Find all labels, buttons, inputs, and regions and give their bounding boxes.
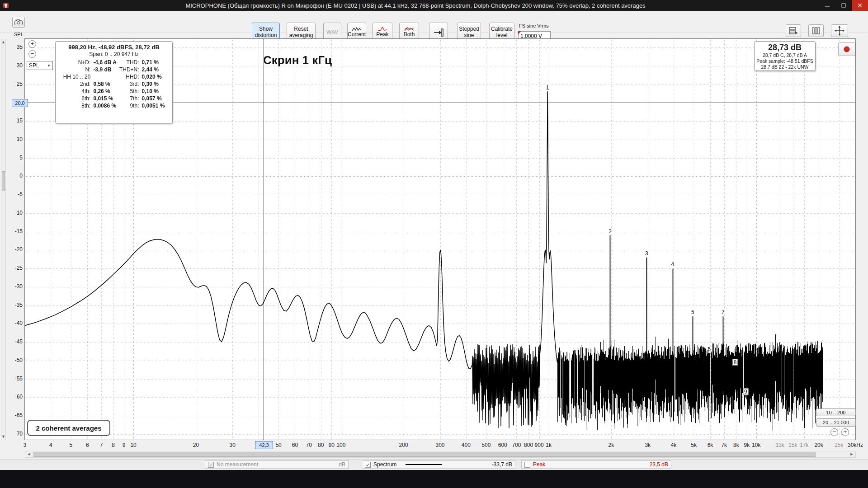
distortion-cell bbox=[92, 73, 118, 80]
wav-label: WAV bbox=[326, 29, 338, 35]
peak-checkbox[interactable] bbox=[524, 462, 530, 468]
level-readout-box: 28,73 dB 28,7 dB C, 28,7 dB A Peak sampl… bbox=[754, 41, 816, 71]
current-label: Current bbox=[348, 32, 366, 38]
camera-icon bbox=[14, 19, 23, 25]
distortion-cell: 0,58 % bbox=[92, 80, 118, 88]
distortion-table: N+D:-4,6 dB ATHD:0,71 %N:-3,9 dBTHD+N:2,… bbox=[62, 59, 166, 109]
main-toolbar: Show distortion Reset averaging WAV Curr… bbox=[0, 11, 868, 33]
distortion-cell: 2nd: bbox=[62, 80, 92, 88]
x-tick-label: 3 bbox=[14, 442, 36, 448]
x-tick-label: 20 bbox=[184, 442, 207, 448]
zoom-in-x-button[interactable]: + bbox=[841, 428, 849, 436]
x-tick-label: 3k bbox=[637, 442, 659, 448]
peak-label: Peak bbox=[533, 461, 545, 468]
arrow-into-box-icon bbox=[433, 28, 444, 37]
y-tick-label: -60 bbox=[2, 394, 23, 400]
x-tick-label: 1k bbox=[538, 442, 560, 448]
columns-icon bbox=[812, 27, 820, 34]
unit-selector-dropdown[interactable]: SPL ▼ bbox=[27, 61, 53, 70]
y-tick-label: 15 bbox=[2, 117, 23, 124]
spectrum-plot[interactable]: + − SPL ▼ 998,20 Hz, -48,92 dBFS, 28,72 … bbox=[24, 38, 856, 440]
minimize-button[interactable] bbox=[819, 0, 835, 11]
y-tick-label: -10 bbox=[2, 210, 23, 216]
distortion-table-row: 8th:0,0086 %9th:0,0051 % bbox=[62, 102, 166, 109]
maximize-button[interactable] bbox=[835, 0, 852, 11]
app-window: MICROPHONE (Общая громкость) R on Микроф… bbox=[0, 0, 868, 488]
range-10-200-button[interactable]: 10 .. 200 bbox=[816, 408, 856, 416]
distortion-cell: 0,020 % bbox=[141, 73, 166, 80]
distortion-cell: 0,26 % bbox=[92, 88, 118, 95]
distortion-cell: N+D: bbox=[62, 59, 92, 66]
distortion-cell: -3,9 dB bbox=[92, 66, 118, 73]
level-detail-1: 28,7 dB C, 28,7 dB A bbox=[755, 52, 815, 58]
record-icon bbox=[844, 46, 850, 52]
app-icon[interactable] bbox=[0, 2, 12, 9]
x-tick-label: 300 bbox=[429, 442, 452, 448]
x-tick-label: 30 bbox=[221, 442, 244, 448]
show-distortion-label: Show distortion bbox=[254, 26, 278, 38]
chevron-down-icon: ▼ bbox=[47, 64, 51, 68]
distortion-cell: 0,30 % bbox=[141, 80, 166, 88]
distortion-cell: 2,44 % bbox=[141, 66, 166, 73]
unit-selector-value: SPL bbox=[29, 62, 39, 69]
span-line: Span: 0 .. 20 947 Hz bbox=[56, 51, 172, 57]
distortion-table-row: N+D:-4,6 dB ATHD:0,71 % bbox=[62, 59, 166, 66]
distortion-cell: 8th: bbox=[62, 102, 92, 109]
x-tick-label: 30kHz bbox=[844, 442, 867, 448]
x-tick-label: 100 bbox=[330, 442, 352, 448]
status-bar: No measurement dB Spectrum -33,7 dB Peak… bbox=[0, 459, 868, 469]
no-measurement-checkbox[interactable] bbox=[208, 462, 214, 468]
x-tick-label: 10k bbox=[745, 442, 768, 448]
distortion-cell: 0,015 % bbox=[92, 95, 118, 102]
distortion-table-row: 6th:0,015 %7th:0,057 % bbox=[62, 95, 166, 102]
y-tick-label: -45 bbox=[2, 338, 23, 345]
columns-view-button[interactable] bbox=[808, 24, 824, 37]
x-tick-label: 2k bbox=[600, 442, 623, 448]
distortion-cell: 9th: bbox=[118, 102, 141, 109]
measurement-layout-button[interactable] bbox=[786, 24, 801, 37]
pan-zoom-button[interactable] bbox=[831, 24, 848, 37]
record-level-button[interactable] bbox=[838, 42, 855, 56]
distortion-cell: 0,057 % bbox=[141, 95, 166, 102]
y-tick-label: -30 bbox=[2, 283, 23, 290]
scroll-right-arrow[interactable]: ► bbox=[849, 451, 854, 457]
spectrum-panel: Spectrum -33,7 dB bbox=[362, 460, 515, 469]
desktop-strip bbox=[0, 470, 868, 488]
horizontal-scroll-thumb[interactable] bbox=[33, 452, 816, 457]
horizontal-scrollbar[interactable]: ◄ ► bbox=[25, 451, 856, 458]
y-tick-label: -25 bbox=[2, 265, 23, 271]
y-tick-label: 5 bbox=[2, 155, 23, 161]
plot-title: Скрин 1 кГц bbox=[263, 53, 332, 67]
x-tick-label: 400 bbox=[455, 442, 477, 448]
panel-lines-icon bbox=[789, 27, 798, 34]
distortion-cell: 6th: bbox=[62, 95, 92, 102]
zoom-out-y-button[interactable]: − bbox=[28, 50, 36, 58]
distortion-cell: 0,71 % bbox=[141, 59, 166, 66]
x-tick-label: 20k bbox=[807, 442, 830, 448]
unit-label: dB bbox=[339, 461, 345, 468]
y-tick-label: -20 bbox=[2, 246, 23, 253]
peak-panel: Peak 23,5 dB bbox=[521, 460, 671, 469]
spectrum-checkbox[interactable] bbox=[365, 462, 371, 468]
screenshot-button[interactable] bbox=[12, 17, 25, 28]
x-tick-label: 4 bbox=[39, 442, 62, 448]
range-20-20000-button[interactable]: 20 .. 20 000 bbox=[816, 418, 856, 427]
y-tick-label: -65 bbox=[2, 412, 23, 418]
y-tick-label: -35 bbox=[2, 302, 23, 308]
averages-label: 2 coherent averages bbox=[27, 420, 110, 436]
scroll-left-arrow[interactable]: ◄ bbox=[26, 451, 32, 457]
fs-sine-vrms-label: FS sine Vrms bbox=[519, 23, 549, 28]
y-tick-label: 25 bbox=[2, 81, 23, 87]
zoom-out-x-button[interactable]: − bbox=[830, 428, 838, 436]
distortion-cell: 7th: bbox=[118, 95, 141, 102]
zoom-in-y-button[interactable]: + bbox=[28, 40, 36, 48]
distortion-cell: HH 10 .. 20 bbox=[62, 73, 92, 80]
distortion-table-row: 2nd:0,58 %3rd:0,30 % bbox=[62, 80, 166, 88]
y-tick-label: -55 bbox=[2, 375, 23, 382]
y-cursor-readout: 20,0 bbox=[12, 99, 28, 107]
distortion-cell: THD: bbox=[118, 59, 141, 66]
close-button[interactable] bbox=[852, 0, 868, 11]
distortion-table-row: HH 10 .. 20HHD:0,020 % bbox=[62, 73, 166, 80]
distortion-cell: -4,6 dB A bbox=[92, 59, 118, 66]
y-tick-label: 35 bbox=[2, 44, 23, 50]
